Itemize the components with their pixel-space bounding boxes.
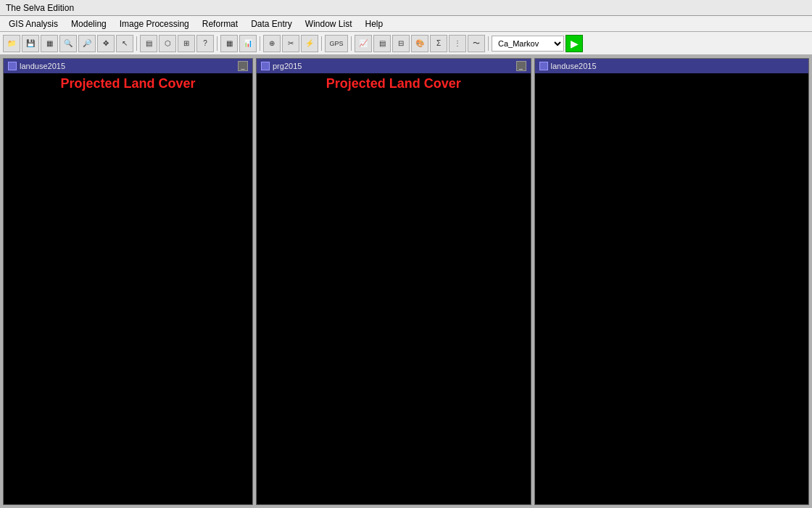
toolbar-raster-btn[interactable]: ▤ [140,35,157,52]
toolbar-histogram-btn[interactable]: 📈 [355,35,372,52]
app-title: The Selva Edition [6,3,74,13]
map-window-1: landuse2015 _ Projected Land Cover [3,58,253,505]
workspace: landuse2015 _ Projected Land Cover prg20… [0,55,812,508]
map-titlebar-2: prg2015 _ [257,59,531,73]
toolbar-color-btn[interactable]: 🎨 [411,35,428,52]
toolbar-grid-btn[interactable]: ▦ [41,35,58,52]
menu-gis-analysis[interactable]: GIS Analysis [3,17,64,30]
map-label-1: Projected Land Cover [4,76,252,91]
toolbar-pan-btn[interactable]: ✥ [97,35,115,52]
toolbar-select-btn[interactable]: ↖ [116,35,133,52]
toolbar-table-btn[interactable]: ▦ [220,35,238,52]
win-restore-btn-1[interactable]: _ [238,61,248,71]
map-window-2: prg2015 _ Projected Land Cover [256,58,531,505]
map-titlebar-3: landuse2015 [535,59,809,73]
map-content-3 [535,73,809,504]
title-bar: The Selva Edition [0,0,812,16]
toolbar-vector-btn[interactable]: ⬡ [159,35,176,52]
map-label-2: Projected Land Cover [257,76,531,91]
toolbar-3d-btn[interactable]: ⋮ [449,35,466,52]
toolbar-sep6 [488,36,489,51]
map-content-2: Projected Land Cover [257,73,531,504]
menu-help[interactable]: Help [360,17,389,30]
toolbar-sep1 [136,36,137,51]
map-title-3: landuse2015 [551,62,597,70]
toolbar-chart-btn[interactable]: 📊 [239,35,257,52]
toolbar: 📁 💾 ▦ 🔍 🔎 ✥ ↖ ▤ ⬡ ⊞ ? ▦ 📊 ⊕ ✂ ⚡ GPS 📈 ▤ … [0,32,812,55]
toolbar-sep4 [321,36,322,51]
map-titlebar-1: landuse2015 _ [4,59,252,73]
toolbar-scissors-btn[interactable]: ✂ [282,35,299,52]
toolbar-stats-btn[interactable]: Σ [430,35,447,52]
map-window-3: landuse2015 [534,58,810,505]
win-icon-2 [261,62,270,70]
run-button[interactable]: ▶ [566,35,583,52]
menu-modeling[interactable]: Modeling [65,17,112,30]
menu-window-list[interactable]: Window List [299,17,358,30]
menu-bar: GIS Analysis Modeling Image Processing R… [0,16,812,32]
toolbar-query-btn[interactable]: ? [196,35,214,52]
toolbar-open-btn[interactable]: 📁 [3,35,20,52]
toolbar-zoom-in-btn[interactable]: 🔍 [59,35,77,52]
toolbar-layers-btn[interactable]: ▤ [373,35,391,52]
map-title-2: prg2015 [273,62,302,70]
menu-data-entry[interactable]: Data Entry [245,17,298,30]
toolbar-save-btn[interactable]: 💾 [22,35,39,52]
toolbar-mosaic-btn[interactable]: ⊞ [178,35,195,52]
model-dropdown[interactable]: Ca_Markov Markov Chain Neural Net [492,36,564,52]
map-canvas-2 [257,73,531,504]
menu-reformat[interactable]: Reformat [196,17,244,30]
toolbar-lightning-btn[interactable]: ⚡ [301,35,318,52]
toolbar-zoom-out-btn[interactable]: 🔎 [78,35,96,52]
win-restore-btn-2[interactable]: _ [516,61,526,71]
toolbar-crosshair-btn[interactable]: ⊕ [263,35,281,52]
menu-image-processing[interactable]: Image Processing [114,17,195,30]
toolbar-sep5 [351,36,352,51]
toolbar-sep3 [260,36,260,51]
toolbar-profile-btn[interactable]: 〜 [468,35,485,52]
win-icon-1 [8,62,17,70]
toolbar-gps-btn[interactable]: GPS [325,35,348,52]
toolbar-sep2 [217,36,218,51]
map-canvas-3 [535,73,809,504]
map-title-1: landuse2015 [20,62,65,70]
map-content-1: Projected Land Cover [4,73,252,504]
win-icon-3 [539,62,548,70]
map-canvas-1 [4,73,252,504]
toolbar-classify-btn[interactable]: ⊟ [392,35,410,52]
